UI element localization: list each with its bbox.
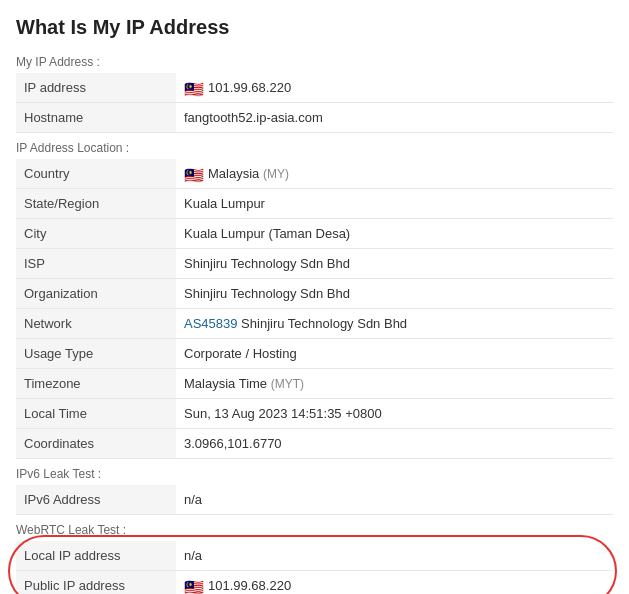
organization-value: Shinjiru Technology Sdn Bhd [176,279,613,309]
my-ip-table: IP address 🇲🇾101.99.68.220 Hostname fang… [16,73,613,133]
table-row: Local IP address n/a [16,541,613,571]
ipv6-header: IPv6 Leak Test : [16,463,613,485]
table-row: City Kuala Lumpur (Taman Desa) [16,219,613,249]
local-ip-value: n/a [176,541,613,571]
ipv6-address-value: n/a [176,485,613,515]
table-row: Organization Shinjiru Technology Sdn Bhd [16,279,613,309]
city-label: City [16,219,176,249]
ipv6-section: IPv6 Leak Test : IPv6 Address n/a [16,463,613,515]
timezone-label: Timezone [16,369,176,399]
network-value: AS45839 Shinjiru Technology Sdn Bhd [176,309,613,339]
table-row: IP address 🇲🇾101.99.68.220 [16,73,613,103]
table-row: ISP Shinjiru Technology Sdn Bhd [16,249,613,279]
flag-icon: 🇲🇾 [184,580,204,593]
organization-label: Organization [16,279,176,309]
coordinates-label: Coordinates [16,429,176,459]
flag-icon: 🇲🇾 [184,168,204,181]
location-header: IP Address Location : [16,137,613,159]
timezone-code: (MYT) [271,377,304,391]
ipv6-address-label: IPv6 Address [16,485,176,515]
table-row: Network AS45839 Shinjiru Technology Sdn … [16,309,613,339]
local-time-value: Sun, 13 Aug 2023 14:51:35 +0800 [176,399,613,429]
state-value: Kuala Lumpur [176,189,613,219]
local-ip-label: Local IP address [16,541,176,571]
ip-address-label: IP address [16,73,176,103]
country-value: 🇲🇾Malaysia (MY) [176,159,613,189]
ip-address-value: 🇲🇾101.99.68.220 [176,73,613,103]
page-title: What Is My IP Address [16,16,613,39]
table-row: State/Region Kuala Lumpur [16,189,613,219]
network-link[interactable]: AS45839 [184,316,238,331]
table-row: Hostname fangtooth52.ip-asia.com [16,103,613,133]
table-row: Usage Type Corporate / Hosting [16,339,613,369]
public-ip-label: Public IP address [16,571,176,594]
hostname-label: Hostname [16,103,176,133]
isp-label: ISP [16,249,176,279]
hostname-value: fangtooth52.ip-asia.com [176,103,613,133]
my-ip-section: My IP Address : IP address 🇲🇾101.99.68.2… [16,51,613,133]
public-ip-value: 🇲🇾101.99.68.220 [176,571,613,594]
location-section: IP Address Location : Country 🇲🇾Malaysia… [16,137,613,459]
webrtc-header: WebRTC Leak Test : [16,519,613,541]
table-row: Public IP address 🇲🇾101.99.68.220 [16,571,613,594]
flag-icon: 🇲🇾 [184,82,204,95]
my-ip-header: My IP Address : [16,51,613,73]
webrtc-table: Local IP address n/a Public IP address 🇲… [16,541,613,594]
webrtc-section: WebRTC Leak Test : Local IP address n/a … [16,519,613,594]
table-row: Local Time Sun, 13 Aug 2023 14:51:35 +08… [16,399,613,429]
table-row: Timezone Malaysia Time (MYT) [16,369,613,399]
usage-type-value: Corporate / Hosting [176,339,613,369]
table-row: IPv6 Address n/a [16,485,613,515]
country-code: (MY) [263,167,289,181]
network-label: Network [16,309,176,339]
local-time-label: Local Time [16,399,176,429]
ipv6-table: IPv6 Address n/a [16,485,613,515]
location-table: Country 🇲🇾Malaysia (MY) State/Region Kua… [16,159,613,459]
usage-type-label: Usage Type [16,339,176,369]
webrtc-highlight-area: Local IP address n/a Public IP address 🇲… [16,541,613,594]
isp-value: Shinjiru Technology Sdn Bhd [176,249,613,279]
state-label: State/Region [16,189,176,219]
country-label: Country [16,159,176,189]
coordinates-value: 3.0966,101.6770 [176,429,613,459]
table-row: Country 🇲🇾Malaysia (MY) [16,159,613,189]
timezone-value: Malaysia Time (MYT) [176,369,613,399]
table-row: Coordinates 3.0966,101.6770 [16,429,613,459]
city-value: Kuala Lumpur (Taman Desa) [176,219,613,249]
